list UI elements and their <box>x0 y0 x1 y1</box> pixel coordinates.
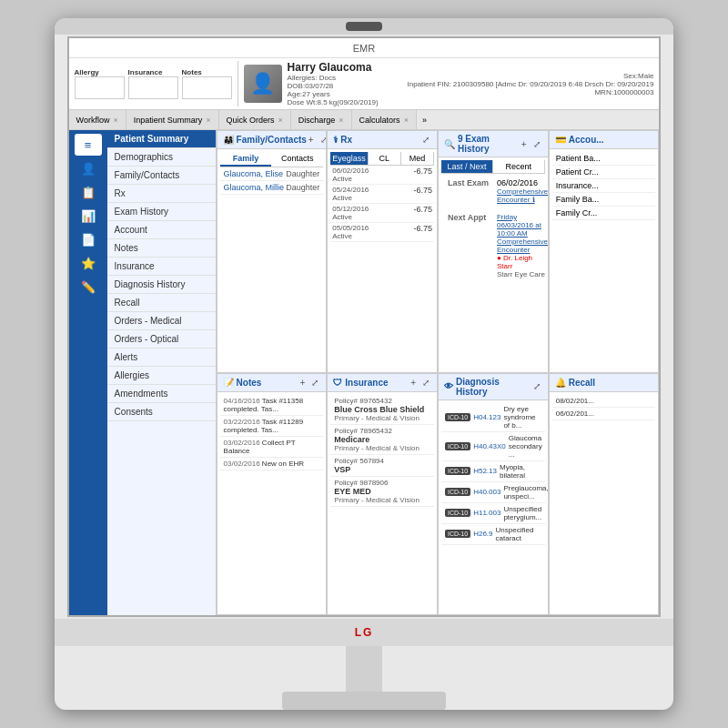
family-row-0: Glaucoma, Elise Daughter <box>220 167 324 181</box>
panel-rx: ⚕ Rx ⤢ Eyeglass CL Med <box>327 130 438 373</box>
monitor: EMR Allergy Insurance Notes <box>55 18 673 710</box>
exam-last-label: Last Exam <box>448 178 493 204</box>
account-row-2: Insurance... <box>552 179 656 193</box>
exam-subtabs: Last / Next Recent <box>441 160 545 174</box>
panel-rx-expand[interactable]: ⤢ <box>420 135 431 145</box>
nav-panel: Patient Summary Demographics Family/Cont… <box>107 130 217 615</box>
sidebar-icon-analytics[interactable]: 📊 <box>75 205 102 227</box>
panel-notes-expand[interactable]: ⤢ <box>309 378 320 388</box>
nav-patient-summary[interactable]: Patient Summary <box>107 130 216 148</box>
panel-account: 💳 Accou... Patient Ba... Patient Cr... I… <box>549 130 660 373</box>
panel-notes-title: 📝 Notes <box>223 378 262 388</box>
family-name-0[interactable]: Glaucoma, Elise <box>224 169 284 178</box>
panel-exam-expand[interactable]: ⤢ <box>531 139 542 149</box>
panel-account-title: 💳 Accou... <box>555 135 604 145</box>
exam-next-date[interactable]: Friday 06/03/2016 at 10:00 AM <box>497 213 548 238</box>
rx-row-1: 05/24/2016Active -6.75 <box>330 185 434 204</box>
panel-recall-body: 08/02/201... 06/02/201... <box>550 392 659 615</box>
nav-notes[interactable]: Notes <box>107 239 216 258</box>
diag-row-4: ICD-10 H11.003 Unspecified pterygium... <box>441 503 545 524</box>
tab-quickorders[interactable]: Quick Orders × <box>219 110 291 129</box>
note-row-2: 03/02/2016 Collect PT Balance <box>220 437 324 458</box>
panel-exam: 🔍 9 Exam History + ⤢ Last / Next <box>438 130 549 373</box>
panel-insurance-add[interactable]: + <box>409 378 418 388</box>
diag-row-3: ICD-10 H40.003 Preglaucoma, unspeci... <box>441 482 545 503</box>
family-rel-1: Daughter <box>286 183 319 192</box>
panel-exam-title: 🔍 9 Exam History <box>444 134 520 154</box>
sidebar-icon-patient[interactable]: 👤 <box>75 157 102 179</box>
monitor-stand-neck <box>346 646 382 692</box>
nav-recall[interactable]: Recall <box>107 294 216 312</box>
rx-tab-cl[interactable]: CL <box>369 152 401 165</box>
patient-dose: Dose Wt:8.5 kg(09/20/2019) <box>288 98 379 106</box>
exam-tab-recent[interactable]: Recent <box>493 160 545 173</box>
patient-name: Harry Glaucoma <box>288 61 379 74</box>
sidebar-icon-menu[interactable]: ≡ <box>75 134 102 156</box>
tab-inpatient[interactable]: Inpatient Summary × <box>126 110 219 129</box>
patient-fin: Inpatient FIN: 2100309580 [Admc Dr: 09/2… <box>408 80 654 88</box>
notes-label: Notes <box>182 68 232 76</box>
panel-exam-header: 🔍 9 Exam History + ⤢ <box>439 131 548 157</box>
sidebar-icon-star[interactable]: ⭐ <box>75 252 102 274</box>
panel-diagnosis-header: 👁 Diagnosis History ⤢ <box>439 374 548 400</box>
nav-consents[interactable]: Consents <box>107 403 216 421</box>
exam-tab-lastnext[interactable]: Last / Next <box>441 160 493 173</box>
panel-recall: 🔔 Recall 08/02/201... 06/02/201... <box>549 373 660 616</box>
family-name-1[interactable]: Glaucoma, Millie <box>224 183 285 192</box>
ins-row-3: Policy# 9878906 EYE MED Primary - Medica… <box>330 477 434 507</box>
panel-rx-actions: ⤢ <box>420 135 431 145</box>
tab-calculators[interactable]: Calculators × <box>352 110 417 129</box>
panel-diagnosis-expand[interactable]: ⤢ <box>531 381 542 391</box>
monitor-top <box>55 18 673 35</box>
exam-next-encounter[interactable]: Comprehensive Encounter <box>497 238 548 254</box>
panel-family-expand[interactable]: ⤢ <box>318 135 328 145</box>
panel-insurance-expand[interactable]: ⤢ <box>420 378 431 388</box>
nav-insurance[interactable]: Insurance <box>107 258 216 276</box>
nav-account[interactable]: Account <box>107 221 216 239</box>
panel-family-actions: + ⤢ <box>307 135 327 145</box>
panel-diagnosis-body: ICD-10 H04.123 Dry eye syndrome of b... … <box>439 400 548 615</box>
nav-diagnosis[interactable]: Diagnosis History <box>107 276 216 294</box>
family-subtabs: Family Contacts <box>220 152 324 167</box>
nav-orders-optical[interactable]: Orders - Optical <box>107 330 216 349</box>
family-tab-contacts[interactable]: Contacts <box>271 152 323 167</box>
nav-family[interactable]: Family/Contacts <box>107 167 216 185</box>
tab-more[interactable]: » <box>417 114 432 126</box>
sidebar-icon-edit[interactable]: ✏️ <box>75 276 102 298</box>
patient-info: Harry Glaucoma Allergies: Docs DOB:03/07… <box>288 61 379 106</box>
note-row-0: 04/16/2016 Task #11358 completed. Tas... <box>220 395 324 416</box>
rx-row-2: 05/12/2016Active -6.75 <box>330 204 434 223</box>
family-tab-family[interactable]: Family <box>220 152 272 167</box>
panel-notes-header: 📝 Notes + ⤢ <box>217 374 327 392</box>
tabs-bar: Workflow × Inpatient Summary × Quick Ord… <box>69 110 660 130</box>
exam-next-practice: Starr Eye Care <box>497 270 548 278</box>
exam-last-row: Last Exam 06/02/2016 Comprehensive Encou… <box>444 177 542 206</box>
panel-insurance-body: Policy# 89765432 Blue Cross Blue Shield … <box>328 392 437 615</box>
panel-family-add[interactable]: + <box>307 135 316 145</box>
patient-header: Allergy Insurance Notes 👤 Harr <box>69 58 660 110</box>
rx-tab-med[interactable]: Med <box>401 152 434 165</box>
recall-row-1: 06/02/201... <box>552 408 656 420</box>
diag-row-0: ICD-10 H04.123 Dry eye syndrome of b... <box>441 403 545 432</box>
nav-exam-history[interactable]: Exam History <box>107 203 216 221</box>
panel-diagnosis-title: 👁 Diagnosis History <box>444 377 531 397</box>
panel-notes-add[interactable]: + <box>298 378 307 388</box>
panel-insurance-title: 🛡 Insurance <box>333 378 388 388</box>
panel-exam-add[interactable]: + <box>520 139 529 149</box>
nav-allergies[interactable]: Allergies <box>107 367 216 385</box>
nav-orders-medical[interactable]: Orders - Medical <box>107 312 216 330</box>
exam-last-link[interactable]: Comprehensive Encounter ℹ <box>497 187 548 204</box>
exam-last: Last Exam 06/02/2016 Comprehensive Encou… <box>441 174 545 283</box>
panel-account-body: Patient Ba... Patient Cr... Insurance...… <box>550 149 659 372</box>
rx-tab-eyeglass[interactable]: Eyeglass <box>330 152 369 165</box>
account-row-1: Patient Cr... <box>552 166 656 179</box>
nav-rx[interactable]: Rx <box>107 185 216 203</box>
screen: EMR Allergy Insurance Notes <box>67 36 662 617</box>
sidebar-icon-document[interactable]: 📄 <box>75 228 102 250</box>
nav-amendments[interactable]: Amendments <box>107 385 216 403</box>
nav-demographics[interactable]: Demographics <box>107 148 216 167</box>
tab-workflow[interactable]: Workflow × <box>69 110 126 129</box>
sidebar-icon-chart[interactable]: 📋 <box>75 181 102 203</box>
nav-alerts[interactable]: Alerts <box>107 349 216 367</box>
tab-discharge[interactable]: Discharge × <box>291 110 352 129</box>
